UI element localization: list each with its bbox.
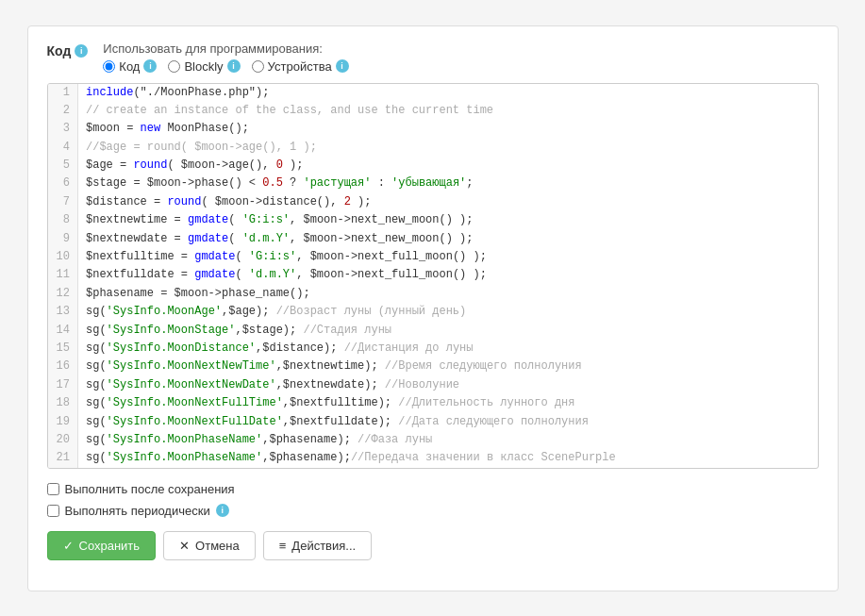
table-row: 14sg('SysInfo.MoonStage',$stage); //Стад… <box>48 322 818 340</box>
line-code: sg('SysInfo.MoonNextNewTime',$nextnewtim… <box>78 358 818 375</box>
line-number: 21 <box>48 449 78 467</box>
save-button[interactable]: ✓ Сохранить <box>47 531 157 560</box>
line-code: // create an instance of the class, and … <box>78 102 818 120</box>
line-number: 12 <box>48 285 78 303</box>
radio-blockly[interactable]: Blockly i <box>168 59 240 74</box>
line-number: 19 <box>48 413 78 431</box>
kod-label-group: Код i <box>47 43 89 58</box>
radio-devices-input[interactable] <box>252 60 264 73</box>
save-icon: ✓ <box>63 539 74 553</box>
line-number: 11 <box>48 266 78 284</box>
use-for-programming-title: Использовать для программирования: <box>103 42 348 56</box>
line-code: $distance = round( $moon->distance(), 2 … <box>78 193 818 211</box>
table-row: 2// create an instance of the class, and… <box>48 102 818 120</box>
line-code: sg('SysInfo.MoonDistance',$distance); //… <box>78 340 818 358</box>
line-code: sg('SysInfo.MoonPhaseName',$phasename);/… <box>78 449 818 467</box>
line-number: 17 <box>48 376 78 394</box>
table-row: 9$nextnewdate = gmdate( 'd.m.Y', $moon->… <box>48 230 818 248</box>
table-row: 12$phasename = $moon->phase_name(); <box>48 285 818 303</box>
code-editor[interactable]: 1include("./MoonPhase.php");2// create a… <box>47 83 819 469</box>
line-code: sg('SysInfo.MoonNextNewDate',$nextnewdat… <box>78 376 818 394</box>
line-number: 18 <box>48 394 78 412</box>
line-code: $stage = $moon->phase() < 0.5 ? 'растуща… <box>78 175 818 192</box>
checkbox-periodically-info-icon[interactable]: i <box>216 504 229 517</box>
radio-devices-label: Устройства <box>268 59 332 74</box>
line-number: 1 <box>48 84 78 102</box>
table-row: 5$age = round( $moon->age(), 0 ); <box>48 157 818 175</box>
cancel-button[interactable]: ✕ Отмена <box>163 531 256 560</box>
line-code: $phasename = $moon->phase_name(); <box>78 285 818 303</box>
radio-devices[interactable]: Устройства i <box>252 59 349 74</box>
line-number: 20 <box>48 431 78 449</box>
radio-blockly-label: Blockly <box>184 59 223 74</box>
line-code: include("./MoonPhase.php"); <box>78 84 818 102</box>
cancel-label: Отмена <box>195 539 240 553</box>
kod-info-icon[interactable]: i <box>75 44 88 58</box>
line-code: //$age = round( $moon->age(), 1 ); <box>78 139 818 157</box>
radio-group: Код i Blockly i Устройства i <box>103 59 348 74</box>
line-code: $nextnewtime = gmdate( 'G:i:s', $moon->n… <box>78 211 818 229</box>
radio-devices-info-icon[interactable]: i <box>336 59 349 73</box>
line-code: sg('SysInfo.MoonAge',$age); //Возраст лу… <box>78 303 818 321</box>
actions-label: Действия... <box>291 539 356 553</box>
table-row: 11$nextfulldate = gmdate( 'd.m.Y', $moon… <box>48 266 818 284</box>
line-code: $nextfulltime = gmdate( 'G:i:s', $moon->… <box>78 248 818 266</box>
line-number: 4 <box>48 139 78 157</box>
table-row: 8$nextnewtime = gmdate( 'G:i:s', $moon->… <box>48 211 818 229</box>
line-code: sg('SysInfo.MoonPhaseName',$phasename); … <box>78 431 818 449</box>
use-for-programming-group: Использовать для программирования: Код i… <box>103 42 348 74</box>
cancel-icon: ✕ <box>179 539 190 553</box>
radio-blockly-info-icon[interactable]: i <box>227 59 241 73</box>
line-code: $nextnewdate = gmdate( 'd.m.Y', $moon->n… <box>78 230 818 248</box>
table-row: 10$nextfulltime = gmdate( 'G:i:s', $moon… <box>48 248 818 266</box>
line-number: 8 <box>48 211 78 229</box>
actions-icon: ≡ <box>279 539 287 553</box>
line-number: 15 <box>48 340 78 358</box>
line-number: 2 <box>48 102 78 120</box>
radio-kod[interactable]: Код i <box>103 59 157 74</box>
table-row: 7$distance = round( $moon->distance(), 2… <box>48 193 818 211</box>
line-code: $age = round( $moon->age(), 0 ); <box>78 157 818 175</box>
line-number: 16 <box>48 358 78 375</box>
line-code: $moon = new MoonPhase(); <box>78 120 818 138</box>
line-code: sg('SysInfo.MoonStage',$stage); //Стадия… <box>78 322 818 340</box>
radio-blockly-input[interactable] <box>168 60 180 73</box>
line-number: 13 <box>48 303 78 321</box>
table-row: 20sg('SysInfo.MoonPhaseName',$phasename)… <box>48 431 818 449</box>
table-row: 1include("./MoonPhase.php"); <box>48 84 818 102</box>
line-code: sg('SysInfo.MoonNextFullDate',$nextfulld… <box>78 413 818 431</box>
save-label: Сохранить <box>79 539 141 553</box>
checkbox-execute-after-save-label: Выполнить после сохранения <box>65 482 235 496</box>
line-code: sg('SysInfo.MoonNextFullTime',$nextfullt… <box>78 394 818 412</box>
table-row: 13sg('SysInfo.MoonAge',$age); //Возраст … <box>48 303 818 321</box>
checkbox-execute-periodically-input[interactable] <box>47 505 59 517</box>
line-number: 6 <box>48 175 78 192</box>
table-row: 15sg('SysInfo.MoonDistance',$distance); … <box>48 340 818 358</box>
line-number: 9 <box>48 230 78 248</box>
table-row: 16sg('SysInfo.MoonNextNewTime',$nextnewt… <box>48 358 818 375</box>
line-number: 5 <box>48 157 78 175</box>
line-code: $nextfulldate = gmdate( 'd.m.Y', $moon->… <box>78 266 818 284</box>
table-row: 18sg('SysInfo.MoonNextFullTime',$nextful… <box>48 394 818 412</box>
radio-kod-input[interactable] <box>103 60 115 73</box>
table-row: 6$stage = $moon->phase() < 0.5 ? 'растущ… <box>48 175 818 192</box>
header-row: Код i Использовать для программирования:… <box>47 42 819 74</box>
table-row: 17sg('SysInfo.MoonNextNewDate',$nextnewd… <box>48 376 818 394</box>
checkbox-execute-periodically: Выполнять периодически i <box>47 504 819 518</box>
table-row: 3$moon = new MoonPhase(); <box>48 120 818 138</box>
line-number: 7 <box>48 193 78 211</box>
table-row: 21sg('SysInfo.MoonPhaseName',$phasename)… <box>48 449 818 467</box>
line-number: 3 <box>48 120 78 138</box>
radio-kod-label: Код <box>119 59 140 74</box>
line-number: 10 <box>48 248 78 266</box>
table-row: 19sg('SysInfo.MoonNextFullDate',$nextful… <box>48 413 818 431</box>
radio-kod-info-icon[interactable]: i <box>143 59 157 73</box>
line-number: 14 <box>48 322 78 340</box>
table-row: 4//$age = round( $moon->age(), 1 ); <box>48 139 818 157</box>
main-container: Код i Использовать для программирования:… <box>27 25 839 591</box>
actions-button[interactable]: ≡ Действия... <box>263 531 372 560</box>
action-buttons: ✓ Сохранить ✕ Отмена ≡ Действия... <box>47 531 819 560</box>
checkbox-execute-after-save-input[interactable] <box>47 483 59 495</box>
checkbox-execute-after-save: Выполнить после сохранения <box>47 482 819 496</box>
code-table: 1include("./MoonPhase.php");2// create a… <box>48 84 818 468</box>
